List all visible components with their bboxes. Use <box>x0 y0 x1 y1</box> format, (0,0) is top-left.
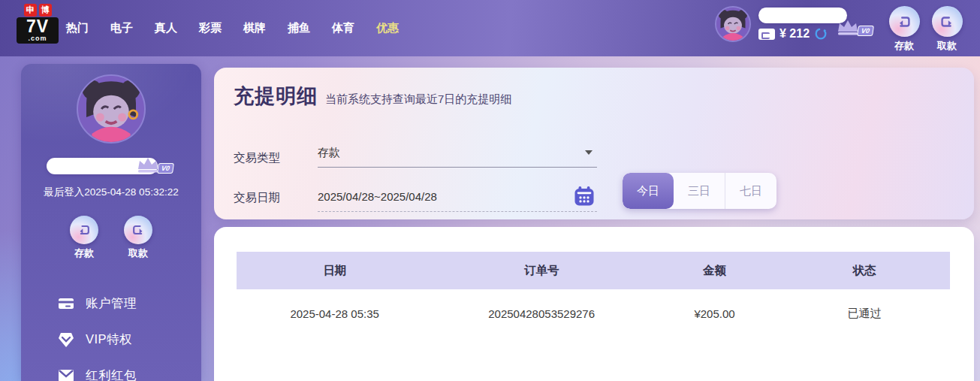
refresh-balance-icon[interactable] <box>814 27 828 41</box>
column-header-date: 日期 <box>237 263 433 279</box>
sidebar-user-row: V0 <box>21 156 201 177</box>
top-nav: 申 博 7V .com 热门 电子 真人 彩票 棋牌 捕鱼 体育 优惠 <box>0 0 980 56</box>
vip-level[interactable]: V0 <box>135 156 173 174</box>
last-login-text: 最后登入2025-04-28 05:32:22 <box>21 186 201 199</box>
sidebar-item-bonus[interactable]: 红利红包 <box>21 358 201 381</box>
table-header-row: 日期 订单号 金额 状态 <box>237 252 950 289</box>
balance-row: ¥ 212 <box>758 27 828 41</box>
wallet-icon <box>758 29 775 40</box>
cell-order-number: 20250428053529276 <box>433 307 650 320</box>
withdraw-icon <box>124 216 152 244</box>
range-today-button[interactable]: 今日 <box>623 173 674 209</box>
chevron-down-icon <box>585 150 593 155</box>
nav-item-chess[interactable]: 棋牌 <box>243 21 266 35</box>
logo-badge-2: 博 <box>39 4 52 17</box>
deposit-button[interactable]: 存款 <box>888 6 921 53</box>
nav-item-slots[interactable]: 电子 <box>110 21 133 35</box>
avatar-image <box>78 76 144 142</box>
site-logo[interactable]: 申 博 7V .com <box>17 4 59 44</box>
nav-item-lottery[interactable]: 彩票 <box>199 21 222 35</box>
records-table: 日期 订单号 金额 状态 2025-04-28 05:35 2025042805… <box>237 252 950 337</box>
transaction-date-input[interactable]: 2025/04/28~2025/04/28 <box>318 182 597 212</box>
cell-amount: ¥205.00 <box>650 307 779 320</box>
transaction-date-value: 2025/04/28~2025/04/28 <box>318 190 437 203</box>
nav-item-fishing[interactable]: 捕鱼 <box>288 21 310 35</box>
sidebar-item-label: VIP特权 <box>86 331 132 348</box>
sidebar-actions: 存款 取款 <box>21 216 201 260</box>
filter-card: 充提明细 当前系统支持查询最近7日的充提明细 交易类型 存款 交易日期 2025… <box>214 68 974 219</box>
sidebar-menu: 账户管理 VIP特权 红利红包 <box>21 286 201 381</box>
page-subtitle: 当前系统支持查询最近7日的充提明细 <box>325 92 511 107</box>
withdraw-icon <box>932 6 963 37</box>
username-censored <box>758 8 847 23</box>
deposit-label: 存款 <box>68 246 101 260</box>
withdraw-button[interactable]: 取款 <box>122 216 155 260</box>
card-icon <box>57 295 75 313</box>
column-header-amount: 金额 <box>650 263 779 279</box>
gem-icon <box>57 331 75 349</box>
avatar[interactable] <box>77 74 146 144</box>
avatar-image <box>716 8 749 41</box>
range-3day-button[interactable]: 三日 <box>674 173 725 209</box>
nav-item-promo[interactable]: 优惠 <box>376 21 399 35</box>
transaction-type-select[interactable]: 存款 <box>318 138 597 168</box>
avatar[interactable] <box>715 6 751 42</box>
sidebar-item-label: 账户管理 <box>86 295 137 312</box>
deposit-label: 存款 <box>888 39 921 53</box>
balance-amount: ¥ 212 <box>779 27 810 41</box>
nav-item-hot[interactable]: 热门 <box>66 21 89 35</box>
nav-actions: 存款 取款 <box>888 6 963 53</box>
records-card: 日期 订单号 金额 状态 2025-04-28 05:35 2025042805… <box>214 227 974 381</box>
nav-menu: 热门 电子 真人 彩票 棋牌 捕鱼 体育 优惠 <box>66 0 399 56</box>
logo-text: 7V <box>18 17 57 35</box>
calendar-icon[interactable] <box>573 185 596 207</box>
withdraw-button[interactable]: 取款 <box>930 6 963 53</box>
deposit-button[interactable]: 存款 <box>68 216 101 260</box>
withdraw-label: 取款 <box>122 246 155 260</box>
nav-item-live[interactable]: 真人 <box>155 21 177 35</box>
table-row: 2025-04-28 05:35 20250428053529276 ¥205.… <box>237 289 950 337</box>
logo-badges: 申 博 <box>17 4 59 17</box>
vip-badge: V0 <box>157 163 174 174</box>
cell-status: 已通过 <box>779 307 950 321</box>
transaction-date-label: 交易日期 <box>234 190 280 206</box>
nav-item-sports[interactable]: 体育 <box>332 21 354 35</box>
title-row: 充提明细 当前系统支持查询最近7日的充提明细 <box>234 83 511 110</box>
cell-date: 2025-04-28 05:35 <box>237 307 433 320</box>
logo-badge-1: 申 <box>24 4 37 17</box>
logo-chip: 7V .com <box>17 17 59 44</box>
vip-badge: V0 <box>857 26 874 36</box>
withdraw-label: 取款 <box>930 39 963 53</box>
transaction-type-value: 存款 <box>318 146 340 160</box>
vip-level[interactable]: V0 <box>835 18 873 36</box>
sidebar-item-account[interactable]: 账户管理 <box>21 286 201 322</box>
sidebar-item-label: 红利红包 <box>86 367 137 381</box>
page-title: 充提明细 <box>234 83 318 110</box>
envelope-icon <box>57 367 75 381</box>
sidebar-item-vip[interactable]: VIP特权 <box>21 322 201 358</box>
deposit-icon <box>70 216 98 244</box>
sidebar: V0 最后登入2025-04-28 05:32:22 存款 取款 <box>21 64 201 381</box>
column-header-order: 订单号 <box>433 263 650 279</box>
range-7day-button[interactable]: 七日 <box>725 173 776 209</box>
logo-suffix: .com <box>18 35 57 42</box>
transaction-type-label: 交易类型 <box>234 150 280 166</box>
date-range-group: 今日 三日 七日 <box>623 173 776 209</box>
deposit-icon <box>889 6 920 37</box>
column-header-status: 状态 <box>779 263 950 279</box>
